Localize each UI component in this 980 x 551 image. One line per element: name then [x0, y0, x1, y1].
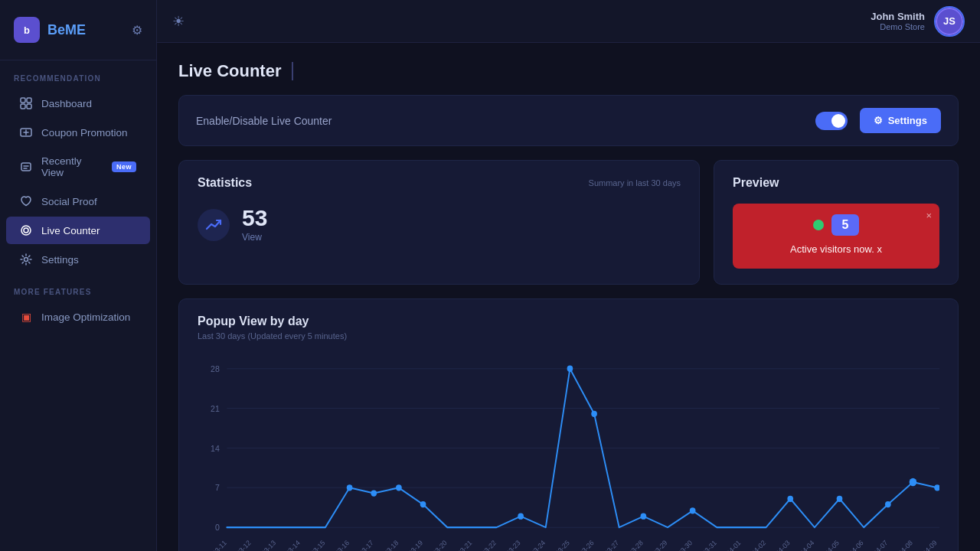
svg-text:14: 14	[211, 443, 220, 452]
page-title-divider	[292, 62, 293, 80]
svg-point-27	[690, 507, 696, 514]
stats-metric: 53 View	[198, 207, 681, 243]
settings-button[interactable]: ⚙ Settings	[860, 108, 941, 133]
svg-text:2022-03-27: 2022-03-27	[591, 539, 620, 551]
topbar-user-store: Demo Store	[871, 22, 925, 31]
stats-card-header: Statistics Summary in last 30 days	[198, 176, 681, 190]
page-header: Live Counter	[178, 61, 959, 81]
svg-text:2022-03-30: 2022-03-30	[665, 539, 694, 551]
svg-point-8	[24, 258, 28, 262]
svg-point-20	[371, 490, 377, 496]
svg-text:2022-03-11: 2022-03-11	[199, 539, 228, 551]
sidebar-item-live-counter[interactable]: Live Counter	[6, 217, 150, 244]
trend-icon	[198, 209, 230, 241]
sidebar-item-image-optimization-label: Image Optimization	[41, 311, 130, 323]
sidebar-item-coupon-promotion[interactable]: Coupon Promotion	[6, 119, 150, 146]
settings-btn-icon: ⚙	[874, 115, 883, 126]
preview-popup-row: 5	[813, 214, 860, 236]
svg-point-7	[24, 228, 28, 233]
stats-value: 53	[242, 207, 267, 230]
page-content: Live Counter Enable/Disable Live Counter…	[157, 43, 980, 551]
sidebar-item-social-proof[interactable]: Social Proof	[6, 187, 150, 215]
svg-text:2022-04-08: 2022-04-08	[885, 539, 914, 551]
svg-text:2022-03-15: 2022-03-15	[297, 539, 326, 551]
sidebar: b BeME ⚙ RECOMMENDATION Dashboard Coupon…	[0, 0, 157, 551]
svg-text:2022-03-18: 2022-03-18	[371, 539, 400, 551]
theme-toggle-icon[interactable]: ☀	[172, 13, 185, 30]
svg-point-21	[396, 484, 402, 491]
sidebar-item-image-optimization[interactable]: ▣ Image Optimization	[6, 303, 150, 331]
chart-card: Popup View by day Last 30 days (Updated …	[178, 298, 959, 551]
svg-point-24	[567, 366, 573, 372]
sidebar-item-settings[interactable]: Settings	[6, 246, 150, 273]
stats-summary: Summary in last 30 days	[589, 178, 681, 187]
svg-point-28	[787, 496, 793, 502]
svg-point-32	[934, 484, 939, 491]
stats-label: View	[242, 232, 267, 243]
logo-icon: b	[14, 17, 40, 43]
social-proof-icon	[20, 195, 32, 207]
live-counter-icon	[20, 224, 32, 236]
topbar: ☀ John Smith Demo Store JS	[157, 0, 980, 43]
svg-text:2022-03-21: 2022-03-21	[444, 539, 473, 551]
sidebar-item-recently-view[interactable]: Recently View New	[6, 148, 150, 186]
preview-card: Preview × 5 Active visitors now. x	[714, 160, 959, 285]
brand-name: BeME	[47, 22, 86, 38]
chart-svg: 28 21 14 7 0	[198, 353, 939, 551]
toggle-card: Enable/Disable Live Counter ⚙ Settings	[178, 95, 959, 146]
recently-view-badge: New	[112, 161, 136, 172]
toggle-row: ⚙ Settings	[815, 108, 941, 133]
svg-point-6	[21, 226, 31, 235]
svg-rect-1	[27, 98, 31, 103]
image-optimization-icon: ▣	[20, 311, 32, 323]
svg-point-30	[885, 501, 891, 507]
svg-text:28: 28	[211, 364, 220, 373]
avatar-initials: JS	[943, 15, 956, 27]
preview-title: Preview	[733, 176, 939, 190]
chart-area: 28 21 14 7 0	[198, 353, 939, 551]
toggle-label: Enable/Disable Live Counter	[196, 115, 332, 127]
svg-text:2022-04-05: 2022-04-05	[812, 539, 841, 551]
svg-text:2022-03-13: 2022-03-13	[248, 539, 277, 551]
svg-text:21: 21	[211, 403, 220, 412]
chart-subtitle: Last 30 days (Updated every 5 minutes)	[198, 331, 939, 341]
preview-active-dot	[813, 220, 824, 230]
svg-point-29	[837, 496, 843, 502]
svg-point-23	[518, 513, 524, 519]
sidebar-item-dashboard[interactable]: Dashboard	[6, 90, 150, 117]
topbar-user: John Smith Demo Store JS	[871, 6, 965, 37]
svg-point-25	[591, 411, 597, 417]
sidebar-logo-area: b BeME ⚙	[0, 0, 156, 60]
avatar: JS	[936, 8, 963, 35]
svg-point-26	[641, 513, 647, 519]
sidebar-item-social-proof-label: Social Proof	[41, 196, 97, 207]
svg-text:2022-04-02: 2022-04-02	[738, 539, 767, 551]
dashboard-icon	[20, 97, 32, 109]
stats-preview-row: Statistics Summary in last 30 days 53 Vi…	[178, 160, 959, 285]
sidebar-item-dashboard-label: Dashboard	[41, 98, 92, 109]
topbar-user-info: John Smith Demo Store	[871, 11, 925, 31]
stats-title: Statistics	[198, 176, 252, 190]
settings-btn-label: Settings	[888, 115, 927, 126]
page-title: Live Counter	[178, 61, 281, 81]
avatar-ring: JS	[934, 6, 965, 37]
live-counter-toggle[interactable]	[815, 112, 848, 130]
sidebar-gear-icon[interactable]: ⚙	[132, 23, 142, 37]
sidebar-item-settings-label: Settings	[41, 254, 79, 266]
main-content: ☀ John Smith Demo Store JS Live Counter …	[157, 0, 980, 551]
svg-text:2022-03-24: 2022-03-24	[518, 539, 547, 551]
preview-close-icon[interactable]: ×	[926, 210, 932, 221]
recommendation-section-label: RECOMMENDATION	[0, 60, 156, 89]
settings-nav-icon	[20, 253, 32, 266]
chart-title: Popup View by day	[198, 315, 939, 328]
svg-point-22	[420, 501, 426, 507]
sidebar-item-live-counter-label: Live Counter	[41, 225, 100, 236]
more-features-label: MORE FEATURES	[0, 274, 156, 302]
recently-view-icon	[20, 161, 32, 173]
svg-text:0: 0	[215, 523, 220, 532]
preview-popup-text: Active visitors now. x	[790, 243, 882, 255]
sidebar-item-coupon-label: Coupon Promotion	[41, 127, 128, 139]
preview-popup: × 5 Active visitors now. x	[733, 204, 939, 269]
statistics-card: Statistics Summary in last 30 days 53 Vi…	[178, 160, 700, 285]
svg-rect-2	[21, 104, 25, 109]
